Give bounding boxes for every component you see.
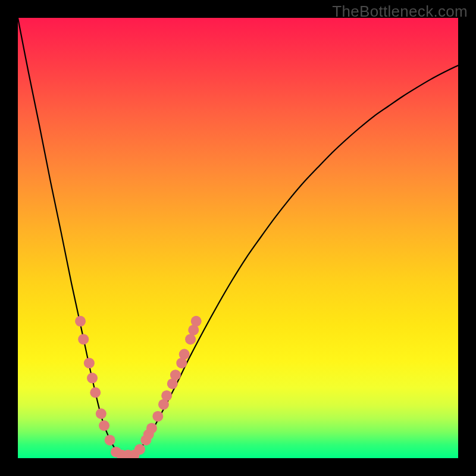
data-marker	[179, 349, 190, 359]
data-marker	[146, 423, 157, 434]
data-marker	[90, 387, 101, 398]
data-marker	[152, 411, 163, 422]
data-marker	[134, 444, 145, 455]
data-marker	[87, 372, 98, 383]
bottleneck-curve	[18, 18, 458, 457]
data-marker	[185, 334, 196, 345]
data-marker	[96, 408, 107, 419]
plot-area	[18, 18, 458, 458]
data-marker	[105, 435, 115, 446]
chart-svg	[18, 18, 458, 458]
data-marker	[84, 358, 95, 368]
data-marker	[161, 390, 172, 401]
data-marker	[75, 316, 86, 327]
data-marker	[99, 420, 109, 431]
watermark-text: TheBottleneck.com	[332, 2, 468, 21]
chart-frame: TheBottleneck.com	[0, 0, 476, 476]
data-marker	[170, 369, 181, 380]
data-marker	[78, 334, 89, 345]
data-marker	[191, 316, 202, 327]
